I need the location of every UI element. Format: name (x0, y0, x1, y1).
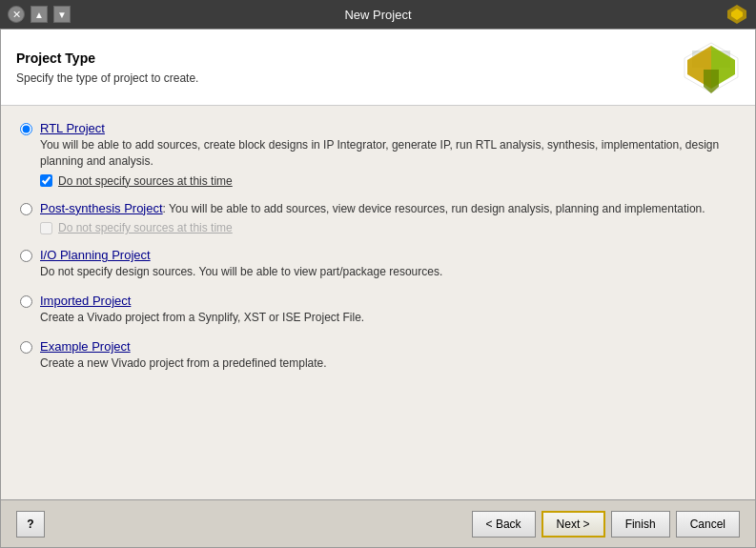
titlebar-logo (725, 3, 748, 26)
footer-left: ? (16, 511, 45, 538)
close-icon: ✕ (12, 9, 21, 21)
back-button[interactable]: < Back (472, 511, 536, 538)
content-section: RTL Project You will be able to add sour… (1, 106, 755, 499)
help-button[interactable]: ? (16, 511, 45, 538)
post-synthesis-checkbox-row: Do not specify sources at this time (40, 221, 736, 234)
example-option-text: Example Project Create a new Vivado proj… (40, 339, 736, 372)
post-synthesis-option: Post-synthesis Project: You will be able… (20, 201, 736, 235)
page-title: Project Type (16, 51, 683, 66)
main-window: Project Type Specify the type of project… (0, 29, 756, 548)
post-synthesis-title-link: Post-synthesis Project (40, 201, 163, 215)
io-planning-option: I/O Planning Project Do not specify desi… (20, 248, 736, 280)
maximize-button[interactable]: ▼ (53, 6, 71, 23)
rtl-checkbox-label[interactable]: Do not specify sources at this time (58, 174, 233, 188)
up-icon: ▲ (34, 10, 44, 20)
imported-radio[interactable] (20, 295, 32, 308)
header-text: Project Type Specify the type of project… (16, 51, 683, 85)
minimize-button[interactable]: ▲ (31, 6, 48, 23)
rtl-option-title[interactable]: RTL Project (40, 121, 105, 135)
svg-marker-6 (704, 70, 719, 93)
example-radio[interactable] (20, 341, 32, 354)
footer-right: < Back Next > Finish Cancel (472, 511, 740, 538)
io-planning-desc: Do not specify design sources. You will … (40, 264, 736, 280)
header-section: Project Type Specify the type of project… (1, 30, 755, 106)
imported-project-option: Imported Project Create a Vivado project… (20, 294, 736, 326)
rtl-option-text: RTL Project You will be able to add sour… (40, 121, 736, 188)
example-project-option: Example Project Create a new Vivado proj… (20, 339, 736, 372)
window-title: New Project (344, 8, 411, 22)
cancel-button[interactable]: Cancel (676, 511, 740, 538)
rtl-no-sources-checkbox[interactable] (40, 174, 52, 187)
post-synthesis-option-title[interactable]: Post-synthesis Project: You will be able… (40, 201, 705, 215)
post-synthesis-title-rest: : You will be able to add sources, view … (163, 202, 705, 215)
io-planning-title[interactable]: I/O Planning Project (40, 248, 151, 262)
example-desc: Create a new Vivado project from a prede… (40, 355, 736, 372)
rtl-project-option: RTL Project You will be able to add sour… (20, 121, 736, 188)
next-button[interactable]: Next > (541, 511, 605, 538)
page-subtitle: Specify the type of project to create. (16, 71, 683, 85)
imported-title[interactable]: Imported Project (40, 294, 131, 308)
post-synthesis-radio[interactable] (20, 203, 32, 215)
down-icon: ▼ (57, 10, 67, 20)
rtl-radio[interactable] (20, 123, 32, 135)
close-button[interactable]: ✕ (8, 6, 25, 23)
io-planning-radio[interactable] (20, 250, 32, 262)
vivado-logo (683, 41, 740, 93)
imported-option-text: Imported Project Create a Vivado project… (40, 294, 736, 326)
imported-desc: Create a Vivado project from a Synplify,… (40, 310, 736, 326)
rtl-option-desc: You will be able to add sources, create … (40, 137, 736, 170)
post-no-sources-checkbox[interactable] (40, 222, 52, 234)
titlebar-controls: ✕ ▲ ▼ (8, 6, 71, 23)
footer-section: ? < Back Next > Finish Cancel (1, 499, 755, 547)
io-planning-option-text: I/O Planning Project Do not specify desi… (40, 248, 736, 280)
titlebar: ✕ ▲ ▼ New Project (0, 0, 756, 29)
post-checkbox-label: Do not specify sources at this time (58, 221, 233, 234)
example-title[interactable]: Example Project (40, 339, 131, 354)
rtl-checkbox-row: Do not specify sources at this time (40, 174, 736, 188)
finish-button[interactable]: Finish (611, 511, 670, 538)
post-synthesis-option-text: Post-synthesis Project: You will be able… (40, 201, 736, 235)
